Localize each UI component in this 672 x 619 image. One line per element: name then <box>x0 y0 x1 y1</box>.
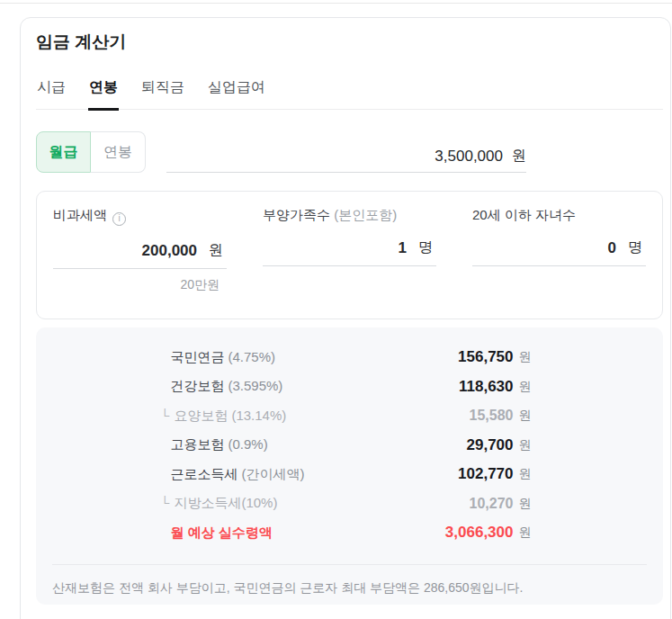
salary-amount-input[interactable]: 3,500,000 원 <box>166 131 526 173</box>
result-unit: 원 <box>519 408 539 424</box>
result-unit: 원 <box>519 349 539 365</box>
tab-unemployment[interactable]: 실업급여 <box>207 77 266 111</box>
tab-annual-salary[interactable]: 연봉 <box>88 77 119 111</box>
page-title: 임금 계산기 <box>36 32 663 52</box>
result-row-employment-insurance: 고용보험(0.9%) 29,700 원 <box>161 431 539 461</box>
field-dependents: 부양가족수 (본인포함) 1 명 <box>263 207 436 318</box>
options-box: 비과세액i 200,000 원 20만원 부양가족수 (본인포함) 1 명 20… <box>36 191 663 319</box>
result-row-longterm-care: └요양보험(13.14%) 15,580 원 <box>161 401 539 431</box>
result-value: 102,770 <box>458 465 513 483</box>
field-children: 20세 이하 자녀수 0 명 <box>472 207 646 318</box>
tab-severance[interactable]: 퇴직금 <box>140 77 185 111</box>
page-top-divider <box>0 3 672 4</box>
children-unit: 명 <box>628 238 646 257</box>
salary-amount-value: 3,500,000 <box>435 148 503 166</box>
tax-free-hint: 20만원 <box>53 277 227 293</box>
toggle-monthly-button[interactable]: 월급 <box>36 131 91 173</box>
result-row-local-income-tax: └지방소득세(10%) 10,270 원 <box>161 489 539 519</box>
result-unit: 원 <box>519 525 539 541</box>
net-pay-value: 3,066,300 <box>445 524 514 542</box>
sub-branch-icon: └ <box>161 408 170 423</box>
dependents-unit: 명 <box>418 238 436 257</box>
result-value: 15,580 <box>470 408 514 424</box>
result-row-health-insurance: 건강보험(3.595%) 118,630 원 <box>161 372 539 402</box>
pay-type-toggle: 월급 연봉 <box>36 131 146 173</box>
result-value: 156,750 <box>458 348 513 366</box>
dependents-label: 부양가족수 (본인포함) <box>263 207 436 223</box>
result-row-national-pension: 국민연금(4.75%) 156,750 원 <box>161 343 539 372</box>
results-footnote: 산재보험은 전액 회사 부담이고, 국민연금의 근로자 최대 부담액은 286,… <box>36 579 663 596</box>
children-value: 0 <box>608 239 616 257</box>
info-icon[interactable]: i <box>112 212 126 226</box>
salary-input-row: 월급 연봉 3,500,000 원 <box>36 131 663 173</box>
calculator-tabs: 시급 연봉 퇴직금 실업급여 <box>36 77 663 111</box>
salary-amount-unit: 원 <box>512 147 526 166</box>
sub-branch-icon: └ <box>161 496 170 510</box>
dependents-value: 1 <box>399 239 407 257</box>
toggle-annual-label: 연봉 <box>103 143 132 162</box>
results-box: 국민연금(4.75%) 156,750 원 건강보험(3.595%) 118,6… <box>36 327 663 605</box>
results-divider <box>52 564 647 565</box>
result-row-income-tax: 근로소득세(간이세액) 102,770 원 <box>161 460 539 489</box>
tax-free-input[interactable]: 200,000 원 <box>53 241 227 269</box>
results-rows: 국민연금(4.75%) 156,750 원 건강보험(3.595%) 118,6… <box>161 343 539 548</box>
dependents-input[interactable]: 1 명 <box>263 238 436 266</box>
tax-free-label: 비과세액i <box>53 207 227 226</box>
children-label: 20세 이하 자녀수 <box>472 207 646 223</box>
result-value: 10,270 <box>470 496 514 512</box>
tab-hourly[interactable]: 시급 <box>36 77 67 111</box>
toggle-annual-button[interactable]: 연봉 <box>91 131 146 173</box>
result-value: 118,630 <box>459 378 514 396</box>
field-tax-free: 비과세액i 200,000 원 20만원 <box>53 207 227 318</box>
children-input[interactable]: 0 명 <box>472 238 646 266</box>
result-unit: 원 <box>519 496 539 512</box>
result-value: 29,700 <box>467 436 514 454</box>
toggle-monthly-label: 월급 <box>49 143 78 162</box>
result-row-net-pay: 월 예상 실수령액 3,066,300 원 <box>161 518 539 548</box>
result-unit: 원 <box>519 466 539 482</box>
tax-free-value: 200,000 <box>142 242 197 260</box>
dependents-sublabel: (본인포함) <box>334 207 397 222</box>
wage-calculator-card: 임금 계산기 시급 연봉 퇴직금 실업급여 월급 연봉 3,500,000 원 … <box>20 17 671 619</box>
tax-free-unit: 원 <box>209 241 227 260</box>
result-unit: 원 <box>519 379 539 395</box>
result-unit: 원 <box>519 437 539 453</box>
